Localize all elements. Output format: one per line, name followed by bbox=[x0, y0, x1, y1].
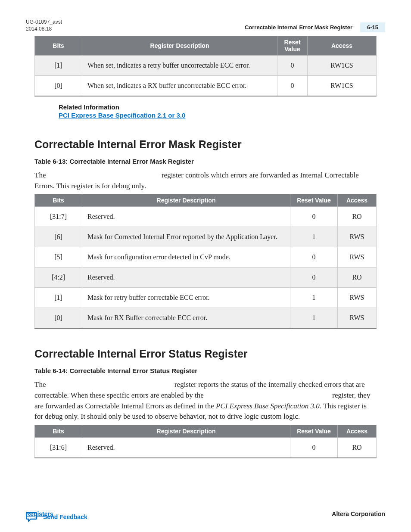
text-italic: PCI Express Base Specification 3.0 bbox=[216, 402, 320, 410]
table-caption-6-13: Table 6-13: Correctable Internal Error M… bbox=[34, 158, 377, 165]
col-reset: Reset Value bbox=[290, 194, 338, 207]
cell-access: RWS bbox=[338, 247, 377, 268]
cell-bits: [5] bbox=[35, 247, 82, 268]
section1-paragraph: The register controls which errors are f… bbox=[34, 170, 377, 191]
page-header: UG-01097_avst 2014.08.18 Correctable Int… bbox=[26, 19, 385, 32]
cell-reset: 0 bbox=[277, 76, 308, 96]
cell-desc: Mask for retry buffer correctable ECC er… bbox=[82, 288, 290, 308]
text: The bbox=[34, 380, 46, 389]
col-reset: Reset Value bbox=[277, 36, 308, 56]
cell-reset: 0 bbox=[290, 207, 338, 227]
col-reset: Reset Value bbox=[290, 425, 338, 438]
table-row: [1] When set, indicates a retry buffer u… bbox=[35, 56, 377, 76]
cell-reset: 1 bbox=[290, 308, 338, 329]
cell-bits: [31:6] bbox=[35, 438, 82, 458]
table-6-14: Bits Register Description Reset Value Ac… bbox=[34, 425, 377, 458]
cell-access: RWS bbox=[338, 227, 377, 247]
cell-desc: Reserved. bbox=[82, 207, 290, 227]
table-row: [0]Mask for RX Buffer correctable ECC er… bbox=[35, 308, 377, 329]
cell-bits: [1] bbox=[35, 56, 82, 76]
cell-access: RO bbox=[338, 438, 377, 458]
col-bits: Bits bbox=[35, 425, 82, 438]
col-access: Access bbox=[338, 194, 377, 207]
cell-reset: 0 bbox=[290, 438, 338, 458]
cell-desc: Mask for configuration error detected in… bbox=[82, 247, 290, 268]
footer-corporation: Altera Corporation bbox=[332, 510, 385, 517]
cell-reset: 0 bbox=[277, 56, 308, 76]
table-row: [6]Mask for Corrected Internal Error rep… bbox=[35, 227, 377, 247]
text: The bbox=[34, 171, 46, 179]
col-bits: Bits bbox=[35, 36, 82, 56]
cell-reset: 0 bbox=[290, 268, 338, 288]
cell-access: RW1CS bbox=[308, 76, 377, 96]
page-title: Correctable Internal Error Mask Register bbox=[245, 24, 352, 31]
text: register controls which errors are forwa… bbox=[34, 171, 359, 190]
header-right: Correctable Internal Error Mask Register… bbox=[245, 22, 385, 32]
col-desc: Register Description bbox=[82, 425, 290, 438]
col-desc: Register Description bbox=[82, 194, 290, 207]
col-access: Access bbox=[308, 36, 377, 56]
cell-access: RW1CS bbox=[308, 56, 377, 76]
table-caption-6-14: Table 6-14: Correctable Internal Error S… bbox=[34, 367, 377, 374]
page-number-tab: 6-15 bbox=[360, 22, 385, 32]
table-6-13: Bits Register Description Reset Value Ac… bbox=[34, 194, 377, 329]
related-info-link[interactable]: PCI Express Base Specification 2.1 or 3.… bbox=[59, 112, 185, 119]
cell-access: RWS bbox=[338, 288, 377, 308]
cell-bits: [0] bbox=[35, 76, 82, 96]
related-info-heading: Related Information bbox=[59, 103, 377, 111]
send-feedback-link[interactable]: Send Feedback bbox=[43, 513, 87, 520]
doc-id-block: UG-01097_avst 2014.08.18 bbox=[26, 19, 62, 32]
cell-desc: When set, indicates a retry buffer uncor… bbox=[82, 56, 277, 76]
table-row: [5]Mask for configuration error detected… bbox=[35, 247, 377, 268]
text: register reports the status of the inter… bbox=[34, 380, 365, 399]
cell-desc: Mask for Corrected Internal Error report… bbox=[82, 227, 290, 247]
table-row: [31:6] Reserved. 0 RO bbox=[35, 438, 377, 458]
col-desc: Register Description bbox=[82, 36, 277, 56]
cell-desc: Mask for RX Buffer correctable ECC error… bbox=[82, 308, 290, 329]
cell-bits: [4:2] bbox=[35, 268, 82, 288]
cell-access: RWS bbox=[338, 308, 377, 329]
cell-reset: 1 bbox=[290, 288, 338, 308]
table-uncorrectable-errors: Bits Register Description Reset Value Ac… bbox=[34, 36, 377, 96]
cell-desc: Reserved. bbox=[82, 268, 290, 288]
cell-bits: [6] bbox=[35, 227, 82, 247]
feedback-block: Send Feedback bbox=[26, 511, 87, 532]
cell-bits: [0] bbox=[35, 308, 82, 329]
cell-desc: Reserved. bbox=[82, 438, 290, 458]
col-bits: Bits bbox=[35, 194, 82, 207]
section-heading-status-register: Correctable Internal Error Status Regist… bbox=[34, 348, 377, 360]
cell-access: RO bbox=[338, 207, 377, 227]
cell-bits: [31:7] bbox=[35, 207, 82, 227]
cell-reset: 1 bbox=[290, 227, 338, 247]
cell-reset: 0 bbox=[290, 247, 338, 268]
doc-date: 2014.08.18 bbox=[26, 26, 62, 33]
section2-paragraph: The register reports the status of the i… bbox=[34, 380, 377, 422]
table-row: [4:2]Reserved.0RO bbox=[35, 268, 377, 288]
table-row: [0] When set, indicates a RX buffer unco… bbox=[35, 76, 377, 96]
cell-desc: When set, indicates a RX buffer uncorrec… bbox=[82, 76, 277, 96]
col-access: Access bbox=[338, 425, 377, 438]
doc-id: UG-01097_avst bbox=[26, 19, 62, 26]
cell-bits: [1] bbox=[35, 288, 82, 308]
feedback-icon bbox=[26, 511, 38, 523]
table-row: [31:7]Reserved.0RO bbox=[35, 207, 377, 227]
table-row: [1]Mask for retry buffer correctable ECC… bbox=[35, 288, 377, 308]
cell-access: RO bbox=[338, 268, 377, 288]
section-heading-mask-register: Correctable Internal Error Mask Register bbox=[34, 138, 377, 151]
